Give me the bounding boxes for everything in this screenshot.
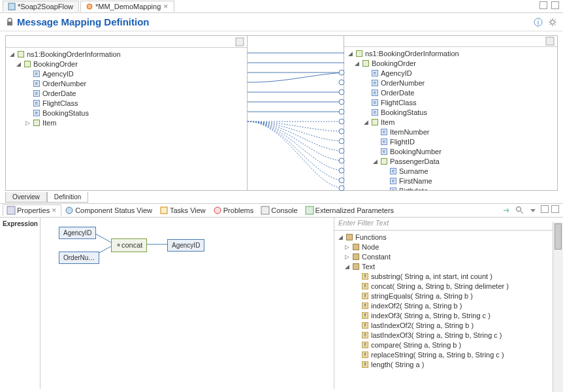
minimize-view-button[interactable] <box>541 205 549 213</box>
expression-label: Expression <box>3 220 37 227</box>
svg-line-33 <box>521 211 523 214</box>
tree-node-label[interactable]: BookingStatus <box>42 109 89 117</box>
tasks-icon <box>160 206 168 214</box>
tree-node-label[interactable]: ItemNumber <box>390 128 430 136</box>
tree-node-label[interactable]: OrderNumber <box>42 80 86 88</box>
expression-canvas[interactable]: AgencyID OrderNu… ⚬concat AgencyID <box>40 218 334 389</box>
tree-twisty[interactable]: ◢ <box>372 158 378 165</box>
tab-tasks[interactable]: Tasks View <box>156 205 210 216</box>
tree-twisty[interactable]: ◢ <box>347 50 353 57</box>
element-icon: e <box>33 99 40 107</box>
tree-node-label[interactable]: indexOf3( String a, String b, String c ) <box>371 312 491 319</box>
tree-node-label[interactable]: ns1:BookingOrderInformation <box>27 50 121 58</box>
tree-node-label[interactable]: Node <box>362 243 379 251</box>
tree-node-label[interactable]: replaceString( String a, String b, Strin… <box>371 351 504 359</box>
tab-console[interactable]: Console <box>257 205 301 216</box>
panel-menu-icon[interactable] <box>545 37 555 46</box>
expr-input-node[interactable]: AgencyID <box>59 227 96 239</box>
svg-point-20 <box>339 148 344 154</box>
svg-point-15 <box>339 99 344 105</box>
tree-node-label[interactable]: Constant <box>362 253 391 261</box>
tree-node-label[interactable]: lastIndexOf3( String a, String b, String… <box>371 331 502 339</box>
tree-node-label[interactable]: lastIndexOf2( String a, String b ) <box>371 321 474 329</box>
svg-point-29 <box>214 207 221 214</box>
tree-node-label[interactable]: AgencyID <box>381 69 412 77</box>
tree-node-label[interactable]: PassengerData <box>390 157 440 165</box>
tree-node-label[interactable]: Text <box>362 263 375 270</box>
tree-node-label[interactable]: OrderDate <box>42 90 76 97</box>
tab-problems[interactable]: Problems <box>210 205 257 216</box>
tree-node-label[interactable]: compare( String a, String b ) <box>371 341 461 349</box>
tree-node-label[interactable]: AgencyID <box>42 70 74 78</box>
function-icon: f <box>361 272 369 280</box>
tree-node-label[interactable]: OrderNumber <box>381 79 425 87</box>
svg-point-21 <box>339 158 344 163</box>
tree-node-label[interactable]: FlightClass <box>42 99 78 107</box>
tab-component-status[interactable]: Component Status View <box>61 205 156 216</box>
function-filter-input[interactable]: Enter Filter Text <box>334 218 563 231</box>
tree-node-label[interactable]: Birthdate <box>399 187 428 190</box>
tree-node-label[interactable]: Surname <box>399 167 428 175</box>
params-icon <box>306 206 314 214</box>
tree-node-label[interactable]: FirstName <box>399 177 432 185</box>
tree-node-label[interactable]: FlightID <box>390 138 415 146</box>
tree-node-label[interactable]: indexOf2( String a, String b ) <box>371 302 462 310</box>
svg-point-22 <box>339 168 344 173</box>
settings-icon[interactable] <box>547 17 558 27</box>
tree-node-label[interactable]: FlightClass <box>381 99 416 106</box>
maximize-view-button[interactable] <box>551 205 559 213</box>
svg-rect-25 <box>546 37 554 45</box>
tab-close-icon[interactable]: ✕ <box>163 3 169 10</box>
tree-node-label[interactable]: OrderDate <box>381 89 414 97</box>
search-icon[interactable] <box>515 205 525 216</box>
tab-overview[interactable]: Overview <box>5 192 47 203</box>
vertical-scrollbar[interactable] <box>553 222 563 392</box>
maximize-button[interactable] <box>551 1 559 9</box>
tree-node-label[interactable]: Item <box>381 118 394 126</box>
info-icon[interactable]: i <box>533 17 543 27</box>
source-panel: ◢ns1:BookingOrderInformation ◢BookingOrd… <box>6 36 248 190</box>
tree-node-label[interactable]: BookingOrder <box>372 59 416 67</box>
tree-node-label[interactable]: Item <box>42 119 56 127</box>
tree-node-label[interactable]: length( String a ) <box>371 361 424 368</box>
tree-node-label[interactable]: concat( String a, String b, String delim… <box>371 282 509 290</box>
tree-twisty[interactable]: ▷ <box>344 244 350 250</box>
tree-twisty[interactable]: ▷ <box>344 253 350 260</box>
tree-twisty[interactable]: ◢ <box>15 61 22 67</box>
tree-twisty[interactable]: ▷ <box>24 120 31 126</box>
tab-externalized-params[interactable]: Externalized Parameters <box>302 205 398 216</box>
element-icon: e <box>371 69 379 77</box>
tree-node-label[interactable]: BookingOrder <box>33 60 78 68</box>
tab-properties[interactable]: Properties✕ <box>3 204 61 216</box>
export-icon[interactable] <box>502 205 512 216</box>
expr-function-node[interactable]: ⚬concat <box>111 238 147 252</box>
tab-definition[interactable]: Definition <box>47 192 89 203</box>
panel-menu-icon[interactable] <box>235 37 244 46</box>
tree-twisty[interactable]: ◢ <box>8 51 15 57</box>
tab-soap2soapflow[interactable]: *Soap2SoapFlow <box>3 1 79 12</box>
tree-node-label[interactable]: BookingStatus <box>381 108 427 116</box>
minimize-button[interactable] <box>539 1 547 9</box>
tree-twisty[interactable]: ◢ <box>344 263 350 270</box>
expr-output-node[interactable]: AgencyID <box>167 239 204 252</box>
tree-node-label[interactable]: ns1:BookingOrderInformation <box>365 50 459 57</box>
page-title: Message Mapping Definition <box>17 16 150 27</box>
tree-node-label[interactable]: substring( String a, int start, int coun… <box>371 272 492 280</box>
tree-twisty[interactable]: ◢ <box>362 119 369 125</box>
tab-mm-demomapping[interactable]: *MM_DemoMapping ✕ <box>80 1 174 12</box>
scrollbar-thumb[interactable] <box>555 223 562 250</box>
complex-type-icon <box>24 60 31 68</box>
editor-subtabs: Overview Definition <box>5 192 558 203</box>
tree-node-label[interactable]: BookingNumber <box>390 148 442 155</box>
tree-node-label[interactable]: stringEquals( String a, String b ) <box>371 292 473 300</box>
view-menu-icon[interactable] <box>528 205 538 216</box>
function-icon: f <box>361 302 369 310</box>
tree-node-label[interactable]: Functions <box>355 233 387 241</box>
svg-text:i: i <box>538 18 539 26</box>
tree-twisty[interactable]: ◢ <box>353 60 360 67</box>
svg-point-17 <box>339 119 344 124</box>
expr-input-node[interactable]: OrderNu… <box>59 252 99 264</box>
tab-close-icon[interactable]: ✕ <box>52 207 57 214</box>
tree-twisty[interactable]: ◢ <box>337 234 344 240</box>
function-icon: f <box>361 282 369 290</box>
